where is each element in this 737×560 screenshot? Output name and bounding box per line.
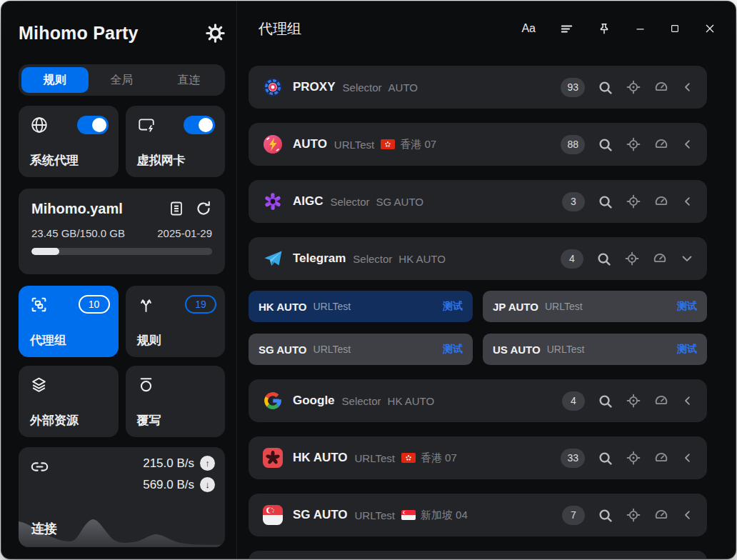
proxy-group-row-partial[interactable]	[249, 551, 707, 559]
tun-toggle[interactable]	[184, 116, 215, 134]
tun-card[interactable]: 虚拟网卡	[126, 106, 226, 177]
node-count-badge: 3	[562, 192, 585, 211]
proxy-node-card[interactable]: JP AUTOURLTest测试	[483, 291, 707, 322]
search-icon	[596, 251, 612, 267]
proxy-node-card[interactable]: SG AUTOURLTest测试	[249, 334, 473, 365]
delay-test-button[interactable]	[652, 251, 668, 266]
test-node-link[interactable]: 测试	[443, 343, 463, 356]
profile-progress-fill	[31, 248, 59, 255]
system-proxy-toggle[interactable]	[77, 116, 109, 134]
font-size-button[interactable]: Aa	[521, 22, 536, 35]
proxy-group-row[interactable]: PROXYSelectorAUTO93	[249, 66, 707, 109]
locate-current-node-button[interactable]	[626, 79, 641, 95]
group-name: AUTO	[293, 137, 327, 151]
close-icon	[704, 23, 716, 34]
update-profile-button[interactable]	[195, 200, 212, 217]
speedtest-icon	[653, 507, 669, 523]
proxy-group-row[interactable]: AIGCSelectorSG AUTO3	[249, 180, 707, 223]
test-node-link[interactable]: 测试	[443, 300, 463, 313]
telegram-logo	[263, 249, 283, 269]
group-type: Selector	[343, 81, 382, 94]
sg-flag-icon	[401, 510, 416, 520]
rules-label: 规则	[137, 332, 161, 349]
upload-speed: 215.0 B/s	[143, 456, 194, 471]
test-node-link[interactable]: 测试	[677, 343, 697, 356]
edit-profile-button[interactable]	[168, 200, 185, 217]
close-button[interactable]	[704, 23, 716, 34]
profile-usage-progressbar	[31, 248, 212, 255]
expand-group-button[interactable]	[681, 509, 694, 521]
group-name: HK AUTO	[293, 451, 348, 465]
profile-usage: 23.45 GB/150.0 GB	[31, 227, 125, 239]
search-nodes-button[interactable]	[597, 136, 613, 153]
locate-current-node-button[interactable]	[626, 393, 641, 409]
maximize-button[interactable]	[670, 24, 680, 34]
search-nodes-button[interactable]	[597, 194, 613, 210]
sort-button[interactable]	[560, 22, 573, 36]
search-icon	[597, 450, 613, 466]
delay-test-button[interactable]	[653, 507, 669, 523]
locate-current-node-button[interactable]	[624, 251, 640, 266]
search-nodes-button[interactable]	[597, 507, 613, 524]
settings-button[interactable]	[206, 24, 225, 43]
proxy-group-row[interactable]: GoogleSelectorHK AUTO4	[249, 379, 707, 422]
expand-group-button[interactable]	[681, 195, 694, 208]
external-resources-label: 外部资源	[30, 412, 79, 429]
search-nodes-button[interactable]	[597, 450, 613, 466]
search-icon	[597, 136, 613, 153]
mode-tab-global[interactable]: 全局	[89, 67, 156, 93]
proxy-node-card[interactable]: HK AUTOURLTest测试	[249, 291, 473, 322]
test-node-link[interactable]: 测试	[677, 300, 697, 313]
locate-current-node-button[interactable]	[626, 450, 641, 466]
group-current-label: HK AUTO	[388, 395, 435, 407]
group-current-label: 香港 07	[421, 451, 457, 465]
minimize-button[interactable]	[635, 24, 646, 34]
locate-icon	[626, 194, 641, 209]
proxy-group-row[interactable]: SG AUTOURLTest新加坡 047	[249, 494, 707, 536]
system-proxy-card[interactable]: 系统代理	[19, 106, 119, 177]
group-name: PROXY	[293, 80, 336, 94]
delay-test-button[interactable]	[653, 194, 669, 209]
delay-test-button[interactable]	[653, 136, 669, 152]
proxy-group-row[interactable]: AUTOURLTest香港 0788	[249, 123, 707, 166]
delay-test-button[interactable]	[653, 393, 669, 409]
delay-test-button[interactable]	[653, 79, 669, 95]
expand-group-button[interactable]	[681, 81, 694, 94]
sidebar-item-override[interactable]: 覆写	[126, 366, 226, 437]
proxy-node-type: URLTest	[314, 301, 351, 312]
expand-group-button[interactable]	[681, 138, 694, 151]
locate-current-node-button[interactable]	[626, 194, 641, 209]
proxy-group-list: PROXYSelectorAUTO93AUTOURLTest香港 0788AIG…	[237, 56, 736, 559]
sidebar-item-connections[interactable]: 215.0 B/s ↑ 569.0 B/s ↓ 连接	[19, 447, 225, 547]
profile-card[interactable]: Mihomo.yaml	[19, 189, 225, 274]
mode-tab-direct[interactable]: 直连	[155, 67, 222, 93]
search-nodes-button[interactable]	[596, 251, 612, 267]
mode-tab-rule[interactable]: 规则	[21, 67, 89, 93]
chevron-down-icon	[680, 251, 694, 266]
delay-test-button[interactable]	[653, 450, 669, 466]
singapore-flag-logo	[263, 505, 283, 525]
minimize-icon	[635, 24, 646, 34]
sidebar-item-rules[interactable]: 19 规则	[126, 286, 226, 357]
expand-group-button[interactable]	[681, 394, 694, 407]
group-current-node: 香港 07	[401, 451, 457, 465]
group-type: Selector	[342, 395, 381, 407]
locate-current-node-button[interactable]	[626, 507, 641, 523]
speedtest-icon	[652, 251, 668, 266]
search-nodes-button[interactable]	[597, 79, 613, 96]
proxy-group-row[interactable]: HK AUTOURLTest香港 0733	[249, 436, 707, 479]
search-nodes-button[interactable]	[597, 393, 613, 409]
proxy-group-row[interactable]: TelegramSelectorHK AUTO4	[249, 237, 707, 280]
connections-label: 连接	[31, 520, 57, 537]
sidebar-item-external-resources[interactable]: 外部资源	[19, 366, 119, 437]
app-title: Mihomo Party	[19, 23, 139, 44]
expand-group-button[interactable]	[681, 451, 694, 464]
locate-current-node-button[interactable]	[626, 136, 641, 152]
sidebar-item-proxy-groups[interactable]: 10 代理组	[19, 286, 119, 357]
group-current-node: AUTO	[388, 81, 418, 94]
group-current-node: HK AUTO	[388, 395, 435, 407]
expand-group-button[interactable]	[680, 251, 694, 266]
node-count-badge: 4	[561, 249, 583, 269]
pin-button[interactable]	[598, 22, 611, 35]
proxy-node-card[interactable]: US AUTOURLTest测试	[483, 334, 707, 365]
